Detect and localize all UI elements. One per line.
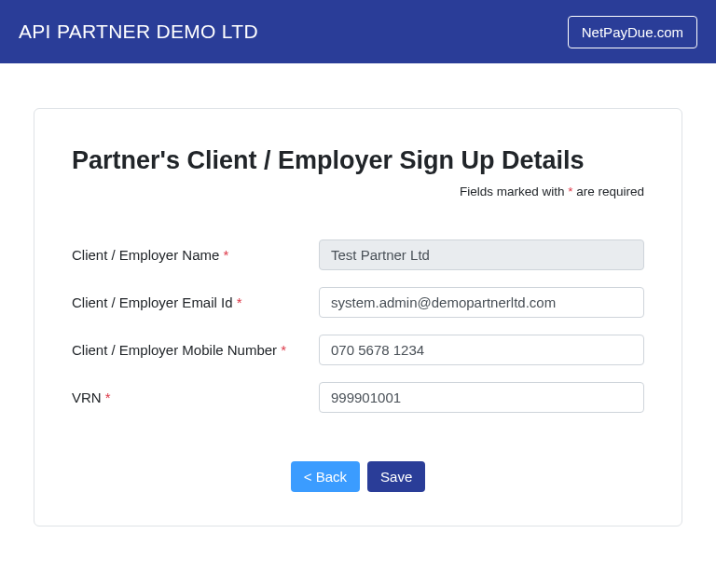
navbar-link[interactable]: NetPayDue.com [568, 16, 697, 48]
signup-card: Partner's Client / Employer Sign Up Deta… [34, 108, 682, 526]
row-client-mobile: Client / Employer Mobile Number * [72, 335, 644, 365]
button-row: < Back Save [72, 461, 644, 492]
label-client-mobile: Client / Employer Mobile Number * [72, 342, 286, 358]
input-client-name[interactable] [319, 239, 644, 270]
label-client-name: Client / Employer Name * [72, 247, 228, 263]
main-container: Partner's Client / Employer Sign Up Deta… [0, 63, 716, 545]
back-button[interactable]: < Back [291, 461, 360, 492]
input-client-email[interactable] [319, 287, 644, 318]
save-button[interactable]: Save [367, 461, 425, 492]
required-note: Fields marked with * are required [72, 185, 644, 198]
label-vrn: VRN * [72, 390, 111, 405]
label-client-email: Client / Employer Email Id * [72, 294, 242, 310]
input-client-mobile[interactable] [319, 335, 644, 365]
input-vrn[interactable] [319, 382, 644, 413]
navbar: API PARTNER DEMO LTD NetPayDue.com [0, 0, 716, 63]
required-note-prefix: Fields marked with [460, 185, 568, 198]
row-client-email: Client / Employer Email Id * [72, 287, 644, 318]
row-client-name: Client / Employer Name * [72, 239, 644, 270]
row-vrn: VRN * [72, 382, 644, 413]
required-note-suffix: are required [572, 185, 644, 198]
page-title: Partner's Client / Employer Sign Up Deta… [72, 146, 644, 175]
navbar-title: API PARTNER DEMO LTD [19, 21, 258, 43]
